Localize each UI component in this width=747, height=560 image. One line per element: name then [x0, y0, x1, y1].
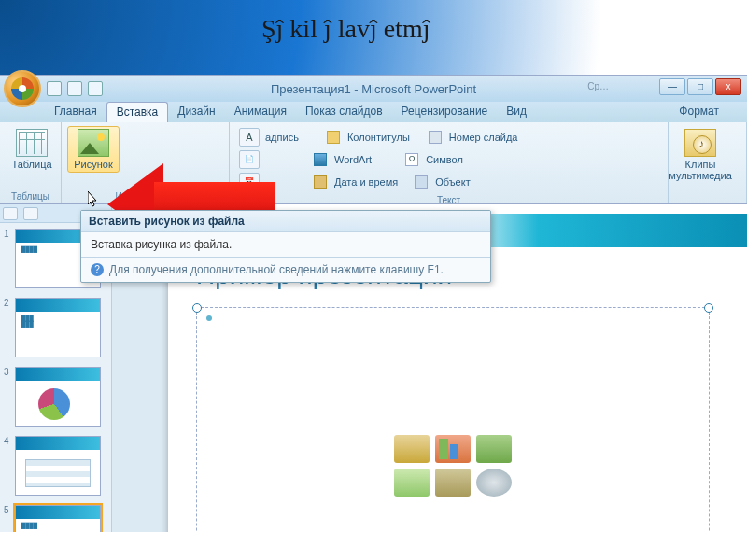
- outline-tab-icon[interactable]: [23, 207, 38, 220]
- header-footer-mini-icon[interactable]: 📄: [239, 150, 260, 169]
- header-footer-button[interactable]: Колонтитулы: [347, 132, 410, 143]
- ribbon: Таблица Таблицы Рисунок Иллюстрации A: [0, 122, 747, 204]
- placeholder-content-icons: [394, 435, 512, 497]
- table-label: Таблица: [11, 159, 51, 170]
- date-time-icon: [314, 175, 327, 189]
- close-button[interactable]: x: [715, 78, 741, 95]
- tab-home[interactable]: Главная: [45, 102, 106, 122]
- maximize-button[interactable]: □: [687, 78, 713, 95]
- powerpoint-window: Презентация1 - Microsoft PowerPoint Ср… …: [0, 75, 747, 532]
- tab-view[interactable]: Вид: [497, 102, 536, 122]
- group-media-label: [674, 200, 740, 202]
- slides-tab-icon[interactable]: [3, 207, 18, 220]
- thumb-number: 2: [4, 298, 11, 308]
- bullet-icon: [206, 315, 212, 321]
- tab-format[interactable]: Формат: [669, 102, 728, 122]
- slide-number-button[interactable]: Номер слайда: [449, 132, 518, 143]
- help-icon: ?: [91, 263, 104, 276]
- thumbnail-3[interactable]: 3: [4, 367, 107, 427]
- thumbnail-5[interactable]: 5 ████: [4, 505, 107, 532]
- header-footer-icon: [327, 131, 340, 144]
- tooltip-title: Вставить рисунок из файла: [81, 211, 490, 232]
- insert-picture-tooltip: Вставить рисунок из файла Вставка рисунк…: [80, 210, 491, 283]
- picture-icon: [78, 129, 109, 157]
- object-button[interactable]: Объект: [435, 176, 470, 188]
- wordart-icon: [314, 153, 327, 166]
- thumb-number: 5: [4, 505, 11, 515]
- slide-number-icon: [429, 131, 442, 144]
- textbox-label-partial: адпись: [265, 132, 299, 143]
- instruction-heading: Şĵ kil ĵ lavĵ etmĵ: [261, 14, 430, 44]
- media-clips-button[interactable]: Клипы мультимедиа: [674, 126, 726, 184]
- office-button[interactable]: [4, 70, 41, 107]
- insert-table-icon[interactable]: [394, 435, 430, 463]
- thumb-number: 3: [4, 367, 11, 377]
- tooltip-help-text: Для получения дополнительной сведений на…: [109, 263, 444, 276]
- slide-decor-band: [448, 214, 747, 247]
- content-placeholder[interactable]: [196, 307, 710, 532]
- insert-media-icon[interactable]: [476, 469, 512, 497]
- thumb-number: 1: [4, 229, 11, 239]
- media-label: Клипы мультимедиа: [669, 159, 732, 181]
- textbox-icon[interactable]: A: [239, 128, 260, 147]
- tab-insert[interactable]: Вставка: [106, 102, 169, 122]
- media-icon: [684, 129, 716, 157]
- object-icon: [415, 175, 428, 189]
- minimize-button[interactable]: —: [659, 78, 685, 95]
- date-time-button[interactable]: Дата и время: [334, 176, 398, 188]
- qat-undo-icon[interactable]: [67, 81, 82, 96]
- qat-redo-icon[interactable]: [88, 81, 103, 96]
- thumbnail-2[interactable]: 2 ██████: [4, 298, 107, 357]
- thumb-number: 4: [4, 436, 11, 446]
- tab-animation[interactable]: Анимация: [225, 102, 296, 122]
- insert-chart-icon[interactable]: [435, 435, 471, 463]
- mouse-cursor-icon: [88, 191, 99, 208]
- contextual-tools-label: Ср…: [587, 81, 609, 91]
- insert-clipart-icon[interactable]: [435, 469, 471, 497]
- wordart-button[interactable]: WordArt: [334, 154, 372, 165]
- thumbnail-4[interactable]: 4: [4, 436, 107, 496]
- group-tables-label: Таблицы: [6, 189, 55, 202]
- table-icon: [16, 129, 48, 157]
- tooltip-body: Вставка рисунка из файла.: [81, 232, 490, 257]
- table-button[interactable]: Таблица: [6, 126, 58, 173]
- tab-design[interactable]: Дизайн: [168, 102, 224, 122]
- symbol-button[interactable]: Символ: [426, 154, 463, 165]
- tab-review[interactable]: Рецензирование: [392, 102, 498, 122]
- text-cursor: [218, 312, 218, 327]
- insert-smartart-icon[interactable]: [476, 435, 512, 463]
- tab-slideshow[interactable]: Показ слайдов: [296, 102, 392, 122]
- symbol-icon: Ω: [405, 153, 418, 166]
- window-title: Презентация1 - Microsoft PowerPoint: [271, 82, 476, 96]
- titlebar: Презентация1 - Microsoft PowerPoint Ср… …: [0, 76, 747, 102]
- insert-picture-icon[interactable]: [394, 469, 430, 497]
- quick-access-toolbar: [47, 81, 103, 96]
- qat-save-icon[interactable]: [47, 81, 62, 96]
- ribbon-tabs: Главная Вставка Дизайн Анимация Показ сл…: [0, 102, 747, 122]
